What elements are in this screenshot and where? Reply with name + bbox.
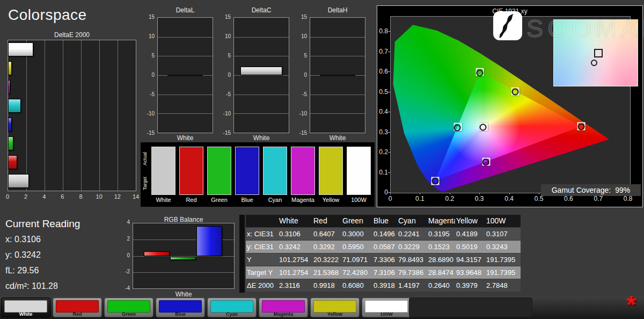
measured-marker-blue bbox=[431, 177, 438, 184]
gridline bbox=[234, 37, 289, 38]
table-column-header: Cyan bbox=[397, 215, 427, 227]
cie-y-tick-label: 0.7 bbox=[377, 48, 388, 55]
deltal-y-axis: 151050-5-10-15 bbox=[142, 17, 156, 133]
deltac-chart bbox=[233, 17, 289, 133]
target-label: Target bbox=[142, 170, 148, 196]
patch-button-row: WhiteRedGreenBlueCyanMagentaYellow100W bbox=[1, 298, 411, 317]
deltah-chart bbox=[310, 17, 365, 133]
table-cell: 7.3306 bbox=[372, 253, 397, 266]
deltae-bar-100w bbox=[8, 42, 33, 56]
reading-y: y: 0.3242 bbox=[5, 250, 80, 260]
table-cell: 0.3106 bbox=[278, 228, 312, 240]
table-cell: 0.6080 bbox=[341, 279, 372, 292]
rgb-bar-blue bbox=[196, 226, 222, 257]
deltae-bar-white bbox=[8, 174, 29, 188]
patch-button-red[interactable]: Red bbox=[53, 298, 102, 317]
patch-button-label: Magenta bbox=[259, 311, 308, 317]
gridline bbox=[234, 113, 289, 114]
table-row-1: x: CIE310.31060.64070.30000.14960.22410.… bbox=[246, 228, 521, 240]
table-cell: 101.2754 bbox=[278, 266, 312, 279]
reading-cdm2: cd/m²: 101.28 bbox=[5, 281, 80, 291]
swatch-white bbox=[151, 147, 175, 195]
table-column-header: Red bbox=[312, 215, 341, 227]
cie-y-tick-label: 0.4 bbox=[377, 108, 388, 115]
table-cell: 0.1496 bbox=[372, 228, 397, 240]
cie-x-tick-label: 0.6 bbox=[564, 195, 573, 202]
whitepoint-measured-marker bbox=[591, 60, 597, 66]
patch-swatch bbox=[313, 300, 356, 313]
swatch-100w bbox=[347, 147, 371, 195]
table-cell: 71.0971 bbox=[341, 253, 372, 266]
swatch-label: Cyan bbox=[263, 197, 287, 203]
page-title: Colorspace bbox=[8, 6, 87, 24]
table-cell: 28.8474 bbox=[427, 266, 455, 279]
table-row-4: Target Y101.275421.536872.42807.310679.7… bbox=[246, 266, 521, 279]
patch-button-white[interactable]: White bbox=[1, 298, 50, 317]
deltah-y-axis: 151050-5-10-15 bbox=[295, 17, 309, 133]
deltae-bar-yellow bbox=[8, 61, 12, 75]
rgb-bar-red bbox=[144, 251, 170, 256]
patch-button-magenta[interactable]: Magenta bbox=[259, 298, 308, 317]
table-cell: 2.7848 bbox=[485, 279, 519, 292]
table-cell: 79.8493 bbox=[397, 253, 427, 266]
table-cell: 0.5019 bbox=[455, 241, 485, 253]
measured-marker-cyan bbox=[454, 124, 461, 131]
swatch-label: 100W bbox=[347, 197, 371, 203]
whitepoint-target-marker bbox=[594, 49, 603, 57]
patch-button-yellow[interactable]: Yellow bbox=[310, 298, 360, 317]
gridline bbox=[118, 40, 118, 191]
gridline bbox=[234, 75, 289, 76]
table-cell: 0.3918 bbox=[372, 279, 397, 292]
patch-swatch bbox=[4, 300, 47, 313]
patch-button-100w[interactable]: 100W bbox=[362, 298, 411, 317]
actual-label: Actual bbox=[142, 146, 148, 171]
gridline bbox=[158, 37, 213, 38]
patch-button-green[interactable]: Green bbox=[104, 298, 153, 317]
swatch-label: White bbox=[151, 197, 175, 203]
cie-x-tick-label: 0.7 bbox=[594, 195, 603, 202]
patch-button-label: White bbox=[2, 311, 50, 317]
measured-marker-green bbox=[477, 69, 484, 76]
y-tick-label: 15 bbox=[149, 14, 155, 20]
gridline bbox=[63, 40, 63, 191]
table-cell: 20.3222 bbox=[312, 253, 341, 266]
deltac-chart-title: DeltaC bbox=[233, 6, 289, 14]
patch-button-label: Yellow bbox=[311, 311, 359, 317]
table-cell: 2.3116 bbox=[278, 279, 312, 292]
table-cell: 0.5950 bbox=[341, 241, 372, 253]
swatch-green bbox=[207, 147, 231, 195]
current-reading-title: Current Reading bbox=[5, 218, 80, 230]
patch-button-cyan[interactable]: Cyan bbox=[207, 298, 257, 317]
swatch-row bbox=[151, 147, 371, 195]
patch-button-label: Green bbox=[105, 311, 153, 317]
y-tick-label: 15 bbox=[301, 14, 307, 20]
table-cell: 0.3229 bbox=[397, 241, 427, 253]
measured-marker-magenta bbox=[482, 158, 489, 165]
table-row-2: y: CIE310.32420.32920.59500.05870.32290.… bbox=[246, 241, 521, 253]
x-tick-label: 12 bbox=[114, 193, 121, 200]
table-column-header: White bbox=[278, 215, 312, 227]
patch-swatch bbox=[365, 300, 408, 313]
table-cell: 0.3243 bbox=[485, 241, 519, 253]
patch-button-blue[interactable]: Blue bbox=[156, 298, 205, 317]
table-cell: 0.4189 bbox=[455, 228, 485, 240]
gridline bbox=[234, 56, 289, 56]
swatch-label: Green bbox=[207, 197, 231, 203]
measured-marker-yellow bbox=[512, 88, 519, 95]
patch-button-label: Cyan bbox=[208, 311, 256, 317]
table-cell: 0.6407 bbox=[312, 228, 341, 240]
table-row-5: ΔE 20002.31160.99180.60800.39181.41970.2… bbox=[246, 279, 521, 292]
y-tick-label: -15 bbox=[299, 130, 307, 136]
cie-y-tick-label: 0.2 bbox=[377, 148, 388, 156]
measurement-table: WhiteRedGreenBlueCyanMagentaYellow100Wx:… bbox=[246, 215, 521, 292]
measured-marker-red bbox=[577, 123, 584, 130]
gamut-coverage-label: Gamut Coverage: bbox=[552, 186, 611, 194]
gridline bbox=[26, 40, 27, 191]
patch-button-label: 100W bbox=[362, 311, 411, 317]
y-tick-label: 0 bbox=[228, 72, 231, 78]
gridline bbox=[158, 56, 213, 56]
x-tick-label: 8 bbox=[79, 193, 83, 200]
table-cell: 94.3157 bbox=[455, 253, 485, 266]
y-tick-label: 2 bbox=[127, 236, 130, 242]
table-cell: 0.3242 bbox=[278, 241, 312, 253]
